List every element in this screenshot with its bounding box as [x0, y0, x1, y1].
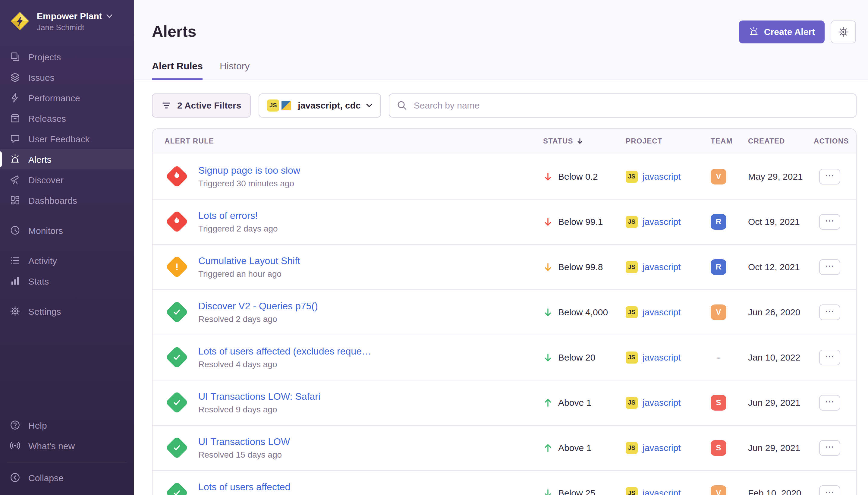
activity-icon	[10, 255, 20, 266]
actions-menu-button[interactable]: ⋯	[819, 169, 840, 185]
main-content: Alerts Create Alert Alert Rules History	[134, 0, 868, 495]
alert-rule-link[interactable]: Discover V2 - Queries p75()	[198, 301, 318, 312]
actions-menu-button[interactable]: ⋯	[819, 395, 840, 411]
team-cell: S	[711, 440, 748, 456]
sidebar-item-whats-new[interactable]: What's new	[0, 435, 134, 456]
actions-menu-button[interactable]: ⋯	[819, 440, 840, 456]
actions-menu-button[interactable]: ⋯	[819, 214, 840, 230]
project-selector[interactable]: JS javascript, cdc	[259, 93, 381, 118]
sidebar-nav-primary: Projects Issues Performance Releases Use…	[0, 47, 134, 210]
table-row: Signup page is too slow Triggered 30 min…	[153, 154, 856, 200]
flame-icon	[172, 217, 181, 227]
sidebar-item-label: Releases	[28, 113, 66, 123]
javascript-platform-icon: JS	[626, 442, 638, 454]
column-header-actions: Actions	[814, 137, 856, 146]
gear-icon	[838, 27, 849, 37]
project-cell: JS javascript	[626, 352, 711, 363]
project-link[interactable]: javascript	[643, 172, 681, 182]
status-text: Below 99.1	[558, 217, 603, 227]
sidebar-nav-settings: Settings	[0, 301, 134, 321]
sidebar-item-help[interactable]: Help	[0, 415, 134, 435]
team-avatar[interactable]: V	[711, 485, 726, 495]
alerts-icon	[10, 154, 20, 165]
sidebar-item-label: Performance	[28, 92, 80, 103]
chevron-down-icon	[366, 103, 373, 108]
sidebar-item-projects[interactable]: Projects	[0, 47, 134, 67]
javascript-platform-icon: JS	[626, 261, 638, 273]
actions-menu-button[interactable]: ⋯	[819, 305, 840, 320]
actions-menu-button[interactable]: ⋯	[819, 485, 840, 495]
actions-cell: ⋯	[814, 259, 856, 275]
team-avatar[interactable]: V	[711, 305, 726, 320]
sidebar-item-user-feedback[interactable]: User Feedback	[0, 129, 134, 149]
created-date: Jun 29, 2021	[748, 398, 814, 408]
team-avatar[interactable]: R	[711, 214, 726, 230]
alert-rule-link[interactable]: Signup page is too slow	[198, 165, 300, 176]
sidebar-item-stats[interactable]: Stats	[0, 271, 134, 291]
sidebar-item-monitors[interactable]: Monitors	[0, 220, 134, 241]
active-filters-button[interactable]: 2 Active Filters	[152, 93, 251, 118]
alert-rule-link[interactable]: Lots of users affected (excludes reque…	[198, 346, 371, 357]
created-date: Jan 10, 2022	[748, 353, 814, 363]
project-link[interactable]: javascript	[643, 398, 681, 408]
team-avatar[interactable]: -	[711, 350, 726, 365]
sidebar-item-dashboards[interactable]: Dashboards	[0, 190, 134, 210]
tab-alert-rules[interactable]: Alert Rules	[152, 61, 203, 80]
alert-rule-link[interactable]: Lots of errors!	[198, 210, 278, 221]
team-avatar[interactable]: S	[711, 440, 726, 456]
alert-rule-link[interactable]: Cumulative Layout Shift	[198, 256, 300, 267]
releases-icon	[10, 113, 20, 124]
user-name: Jane Schmidt	[37, 23, 113, 32]
team-avatar[interactable]: V	[711, 169, 726, 185]
project-selector-label: javascript, cdc	[298, 100, 361, 110]
alert-rule-link[interactable]: UI Transactions LOW: Safari	[198, 391, 320, 402]
trend-arrow-icon	[543, 488, 553, 495]
project-link[interactable]: javascript	[643, 488, 681, 495]
column-header-status[interactable]: Status	[543, 137, 626, 146]
alert-status-icon	[164, 165, 189, 189]
search-input[interactable]	[389, 93, 856, 118]
javascript-platform-icon: JS	[626, 171, 638, 183]
team-avatar[interactable]: R	[711, 259, 726, 275]
created-date: Jun 26, 2020	[748, 307, 814, 318]
project-link[interactable]: javascript	[643, 262, 681, 272]
status-text: Below 4,000	[558, 307, 608, 318]
alert-rule-link[interactable]: Lots of users affected	[198, 482, 290, 493]
column-header-project: Project	[626, 137, 711, 146]
user-feedback-icon	[10, 133, 20, 144]
sidebar-item-discover[interactable]: Discover	[0, 169, 134, 190]
team-cell: V	[711, 305, 748, 320]
alert-settings-button[interactable]	[831, 20, 856, 44]
status-text: Below 0.2	[558, 172, 598, 182]
create-alert-button[interactable]: Create Alert	[739, 20, 824, 44]
actions-menu-button[interactable]: ⋯	[819, 350, 840, 365]
javascript-platform-icon: JS	[626, 352, 638, 363]
alert-rule-link[interactable]: UI Transactions LOW	[198, 437, 290, 447]
project-link[interactable]: javascript	[643, 307, 681, 318]
sidebar-item-alerts[interactable]: Alerts	[0, 149, 134, 169]
sidebar-item-settings[interactable]: Settings	[0, 301, 134, 321]
org-switcher[interactable]: Empower Plant Jane Schmidt	[0, 8, 134, 34]
sidebar-item-performance[interactable]: Performance	[0, 87, 134, 108]
dashboards-icon	[10, 195, 20, 206]
actions-cell: ⋯	[814, 169, 856, 185]
actions-menu-button[interactable]: ⋯	[819, 259, 840, 275]
performance-icon	[10, 92, 20, 103]
sidebar-item-issues[interactable]: Issues	[0, 67, 134, 87]
table-header: Alert Rule Status Project Team Created A…	[153, 129, 856, 154]
sidebar-item-activity[interactable]: Activity	[0, 250, 134, 271]
alerts-content: 2 Active Filters JS javascript, cdc	[134, 80, 868, 495]
team-avatar[interactable]: S	[711, 395, 726, 411]
project-link[interactable]: javascript	[643, 217, 681, 227]
search-icon	[397, 100, 407, 113]
project-link[interactable]: javascript	[643, 353, 681, 363]
project-link[interactable]: javascript	[643, 443, 681, 453]
sidebar-item-releases[interactable]: Releases	[0, 108, 134, 129]
column-header-alert-rule: Alert Rule	[153, 137, 543, 146]
table-row: UI Transactions LOW Resolved 15 days ago…	[153, 426, 856, 471]
sidebar-item-collapse[interactable]: Collapse	[7, 467, 126, 488]
javascript-platform-icon: JS	[626, 397, 638, 409]
tab-history[interactable]: History	[220, 61, 250, 80]
stats-icon	[10, 275, 20, 286]
alert-rule-subtitle: Resolved 9 days ago	[198, 405, 320, 414]
